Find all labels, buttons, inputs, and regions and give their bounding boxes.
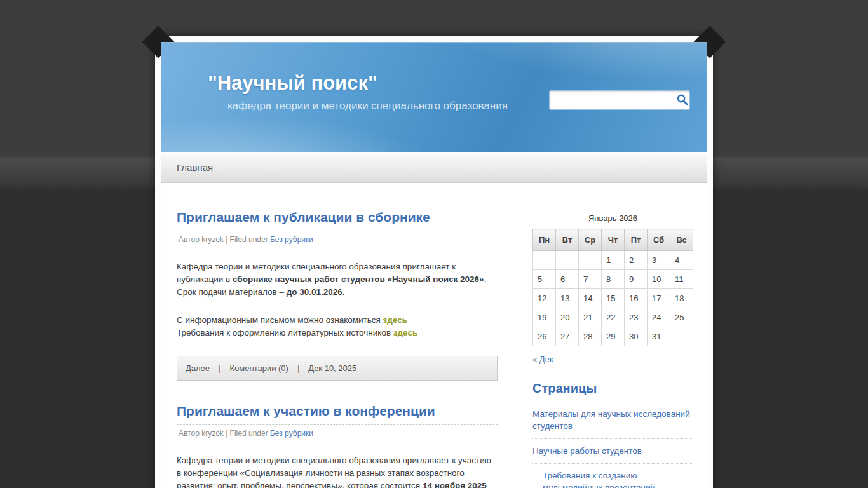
post-text: С информационным письмом можно ознакомит…	[177, 315, 383, 325]
post-paragraph: Кафедра теории и методики специального о…	[177, 454, 498, 488]
search-button[interactable]	[675, 91, 689, 109]
post-date: Дек 10, 2025	[308, 363, 356, 373]
calendar-weekday-row: Пн Вт Ср Чт Пт Сб Вс	[533, 229, 693, 251]
calendar-day: 27	[556, 327, 579, 346]
calendar-day	[533, 251, 556, 270]
calendar-weekday: Пт	[625, 229, 648, 251]
search-icon	[676, 93, 688, 107]
list-item: Научные работы студентов	[532, 439, 693, 464]
calendar-week-row: 5 6 7 8 9 10 11	[533, 270, 693, 289]
content-area: Приглашаем к публикации в сборнике Автор…	[161, 183, 707, 488]
calendar-day: 17	[648, 289, 670, 308]
calendar-week-row: 26 27 28 29 30 31	[533, 327, 693, 346]
calendar-weekday: Пн	[533, 229, 556, 251]
separator: |	[219, 363, 220, 373]
calendar-day: 30	[625, 327, 648, 346]
category-link[interactable]: Без рубрики	[270, 235, 313, 244]
calendar-day: 26	[533, 327, 556, 346]
calendar-day: 29	[602, 327, 625, 346]
calendar-weekday: Вс	[670, 229, 693, 251]
read-more-link[interactable]: Далее	[186, 363, 210, 373]
calendar-weekday: Сб	[648, 229, 670, 251]
list-item: Материалы для научных исследований студе…	[532, 402, 693, 439]
calendar-day: 18	[670, 289, 693, 308]
post-meta: Автор kryzok | Filed under Без рубрики	[177, 231, 498, 244]
calendar-day: 14	[579, 289, 602, 308]
calendar-day: 5	[533, 270, 556, 289]
calendar-day: 7	[579, 270, 602, 289]
post-footer-bar: Далее | Коментарии (0) | Дек 10, 2025	[177, 356, 498, 381]
pages-widget-title: Страницы	[532, 381, 693, 396]
calendar-day	[579, 251, 602, 270]
calendar-day: 31	[648, 327, 670, 346]
list-item-child: Требования к созданию мульмедийных презе…	[543, 464, 693, 488]
calendar-day: 10	[648, 270, 670, 289]
pages-list: Материалы для научных исследований студе…	[532, 402, 693, 488]
post-text-bold: сборнике научных работ студентов «Научны…	[233, 274, 484, 284]
post: Приглашаем к участию в конференции Автор…	[177, 403, 498, 488]
previous-month-link[interactable]: « Дек	[532, 355, 553, 364]
sidebar-page-link[interactable]: Требования к созданию мульмедийных презе…	[543, 471, 655, 488]
calendar-weekday: Чт	[602, 229, 625, 251]
post-paragraph: Кафедра теории и методики специального о…	[177, 261, 498, 299]
post-body: Кафедра теории и методики специального о…	[177, 261, 498, 339]
calendar: Пн Вт Ср Чт Пт Сб Вс 1 2	[532, 229, 693, 346]
calendar-day: 23	[625, 308, 648, 327]
search-box	[549, 90, 690, 110]
calendar-day: 21	[579, 308, 602, 327]
calendar-day	[670, 327, 693, 346]
main-navigation: Главная	[161, 152, 707, 183]
site-header: "Научный поиск" кафедра теории и методик…	[161, 42, 707, 152]
calendar-day: 19	[533, 308, 556, 327]
comments-link[interactable]: Коментарии (0)	[229, 363, 288, 373]
post-paragraph: Требования к оформлению литературных ист…	[177, 327, 498, 339]
calendar-week-row: 19 20 21 22 23 24 25	[533, 308, 693, 327]
calendar-day: 8	[602, 270, 625, 289]
post-body: Кафедра теории и методики специального о…	[177, 454, 498, 488]
calendar-weekday: Вт	[556, 229, 579, 251]
calendar-day: 4	[670, 251, 693, 270]
nav-item-home[interactable]: Главная	[161, 152, 213, 183]
site-title: "Научный поиск"	[161, 43, 707, 95]
post-text-bold: до 30.01.2026	[287, 287, 342, 297]
post-title: Приглашаем к участию в конференции	[177, 403, 498, 425]
calendar-day: 2	[625, 251, 648, 270]
calendar-day: 22	[602, 308, 625, 327]
calendar-caption: Январь 2026	[532, 214, 693, 223]
category-link[interactable]: Без рубрики	[270, 429, 313, 438]
sidebar-page-link[interactable]: Научные работы студентов	[532, 446, 642, 456]
post-meta-text: Автор kryzok | Filed under	[179, 429, 270, 438]
calendar-day: 24	[648, 308, 670, 327]
calendar-day: 25	[670, 308, 693, 327]
post-paragraph: С информационным письмом можно ознакомит…	[177, 314, 498, 327]
calendar-day: 15	[602, 289, 625, 308]
search-input[interactable]	[550, 92, 675, 109]
calendar-week-row: 12 13 14 15 16 17 18	[533, 289, 693, 308]
calendar-day: 28	[579, 327, 602, 346]
here-link[interactable]: здесь	[383, 315, 407, 325]
post-title: Приглашаем к публикации в сборнике	[177, 210, 498, 231]
post-text: .	[342, 287, 345, 297]
calendar-day: 6	[556, 270, 579, 289]
calendar-day: 13	[556, 289, 579, 308]
calendar-day: 20	[556, 308, 579, 327]
calendar-day: 9	[625, 270, 648, 289]
separator: |	[297, 363, 299, 373]
calendar-day: 12	[533, 289, 556, 308]
calendar-week-row: 1 2 3 4	[533, 251, 693, 270]
sidebar-page-link[interactable]: Материалы для научных исследований студе…	[532, 409, 690, 431]
post: Приглашаем к публикации в сборнике Автор…	[177, 210, 498, 381]
calendar-day: 1	[602, 251, 625, 270]
calendar-day: 16	[625, 289, 648, 308]
calendar-day: 3	[648, 251, 670, 270]
here-link[interactable]: здесь	[393, 328, 417, 337]
sidebar: Январь 2026 Пн Вт Ср Чт Пт Сб Вс	[513, 183, 707, 488]
main-column: Приглашаем к публикации в сборнике Автор…	[161, 183, 513, 488]
page-container: "Научный поиск" кафедра теории и методик…	[155, 36, 713, 488]
post-text: Требования к оформлению литературных ист…	[177, 328, 393, 337]
calendar-day	[556, 251, 579, 270]
post-meta-text: Автор kryzok | Filed under	[179, 235, 270, 244]
calendar-weekday: Ср	[579, 229, 602, 251]
calendar-day: 11	[670, 270, 693, 289]
post-meta: Автор kryzok | Filed under Без рубрики	[177, 425, 498, 438]
